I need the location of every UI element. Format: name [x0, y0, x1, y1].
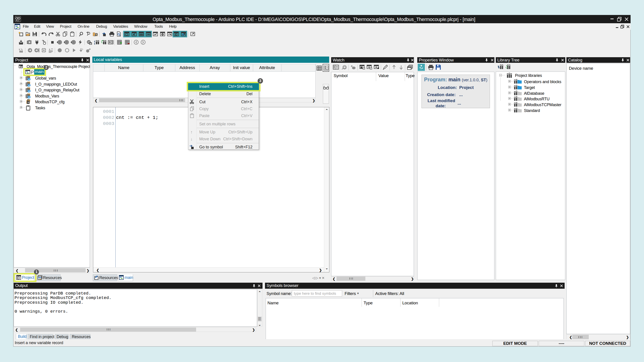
svg-text:G: G [28, 78, 30, 81]
svg-text:G: G [28, 84, 30, 87]
svg-text:G: G [28, 96, 30, 98]
svg-text:I: I [176, 33, 176, 36]
svg-text:G: G [28, 90, 30, 93]
